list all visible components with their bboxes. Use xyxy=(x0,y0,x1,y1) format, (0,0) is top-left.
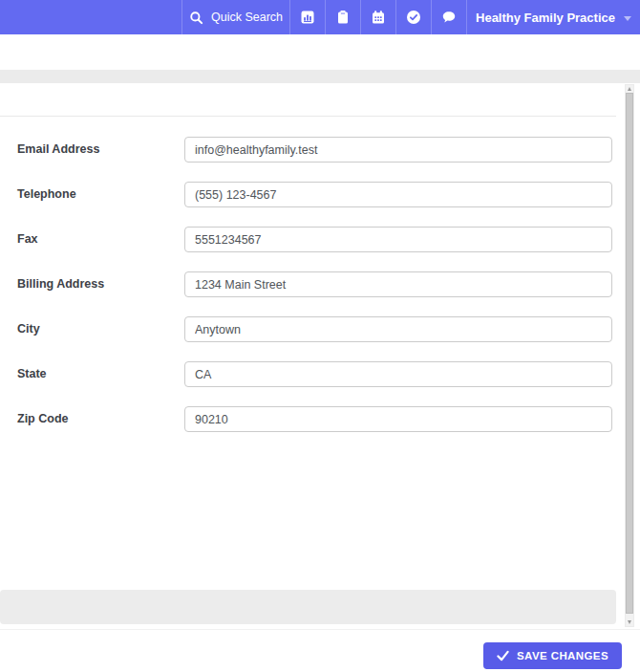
scroll-down-arrow-icon[interactable] xyxy=(628,620,631,624)
state-field[interactable] xyxy=(184,361,612,387)
scroll-up-arrow-icon[interactable] xyxy=(628,87,631,91)
nav-reports-button[interactable] xyxy=(289,0,325,34)
clipboard-icon xyxy=(335,10,351,25)
field-row-state: State xyxy=(0,361,616,387)
email-label: Email Address xyxy=(17,137,175,163)
vertical-scrollbar[interactable] xyxy=(625,84,634,627)
nav-messages-button[interactable] xyxy=(431,0,466,34)
field-row-telephone: Telephone xyxy=(0,182,616,207)
nav-clipboard-button[interactable] xyxy=(325,0,360,34)
reports-icon xyxy=(300,10,315,25)
quick-search-label: Quick Search xyxy=(211,11,283,24)
zip-field[interactable] xyxy=(184,406,612,432)
billing-address-field[interactable] xyxy=(184,271,612,297)
nav-calendar-button[interactable] xyxy=(360,0,395,34)
practice-name: Healthy Family Practice xyxy=(476,11,615,25)
field-row-city: City xyxy=(0,316,616,342)
telephone-field[interactable] xyxy=(184,182,612,207)
field-row-zip: Zip Code xyxy=(0,406,616,432)
search-icon xyxy=(189,11,203,25)
subheader-band xyxy=(0,34,640,70)
calendar-icon xyxy=(371,10,386,25)
practice-menu[interactable]: Healthy Family Practice xyxy=(466,0,640,34)
page-background-band xyxy=(0,70,640,83)
save-changes-button[interactable]: SAVE CHANGES xyxy=(483,642,622,669)
field-row-fax: Fax xyxy=(0,227,616,252)
chevron-down-icon xyxy=(624,16,631,21)
billing-address-label: Billing Address xyxy=(17,271,175,297)
scrollbar-thumb[interactable] xyxy=(626,93,633,614)
page: Quick Search xyxy=(0,0,640,672)
section-divider xyxy=(0,116,616,117)
field-row-billing-address: Billing Address xyxy=(0,271,616,297)
save-changes-label: SAVE CHANGES xyxy=(517,650,608,661)
tasks-check-icon xyxy=(406,10,421,25)
zip-label: Zip Code xyxy=(17,406,175,432)
state-label: State xyxy=(17,361,175,387)
messages-icon xyxy=(441,10,457,25)
settings-card: Email Address Telephone Fax Billing Addr… xyxy=(0,83,640,629)
telephone-label: Telephone xyxy=(17,182,175,207)
city-field[interactable] xyxy=(184,316,612,342)
page-footer: SAVE CHANGES xyxy=(0,629,640,672)
field-row-email: Email Address xyxy=(0,137,616,163)
nav-tasks-button[interactable] xyxy=(395,0,431,34)
fax-label: Fax xyxy=(17,227,175,252)
city-label: City xyxy=(17,316,175,342)
check-icon xyxy=(497,650,509,661)
top-nav-bar: Quick Search xyxy=(0,0,640,34)
quick-search-button[interactable]: Quick Search xyxy=(181,0,289,34)
fax-field[interactable] xyxy=(184,227,612,252)
card-footer-strip xyxy=(0,590,616,624)
topbar-spacer xyxy=(0,0,181,34)
email-field[interactable] xyxy=(184,137,612,163)
